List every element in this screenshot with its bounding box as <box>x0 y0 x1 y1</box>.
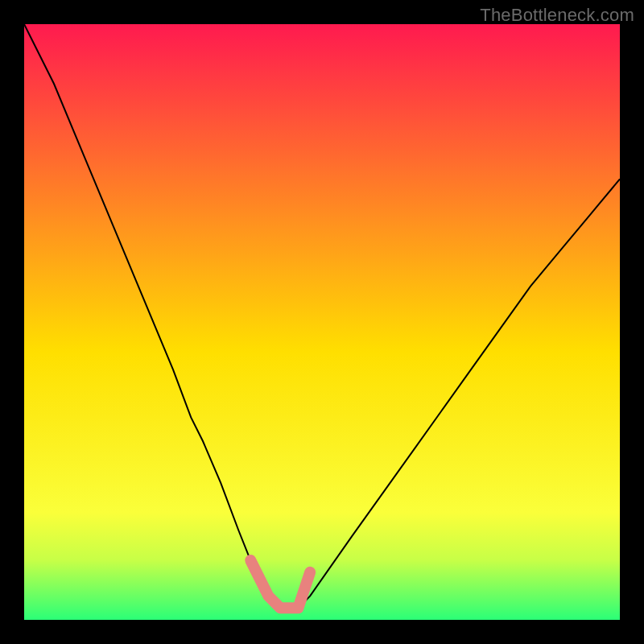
chart-svg <box>24 24 620 620</box>
plot-frame <box>24 24 620 620</box>
chart-container: TheBottleneck.com <box>0 0 644 644</box>
watermark-text: TheBottleneck.com <box>480 5 634 26</box>
gradient-background <box>24 24 620 620</box>
